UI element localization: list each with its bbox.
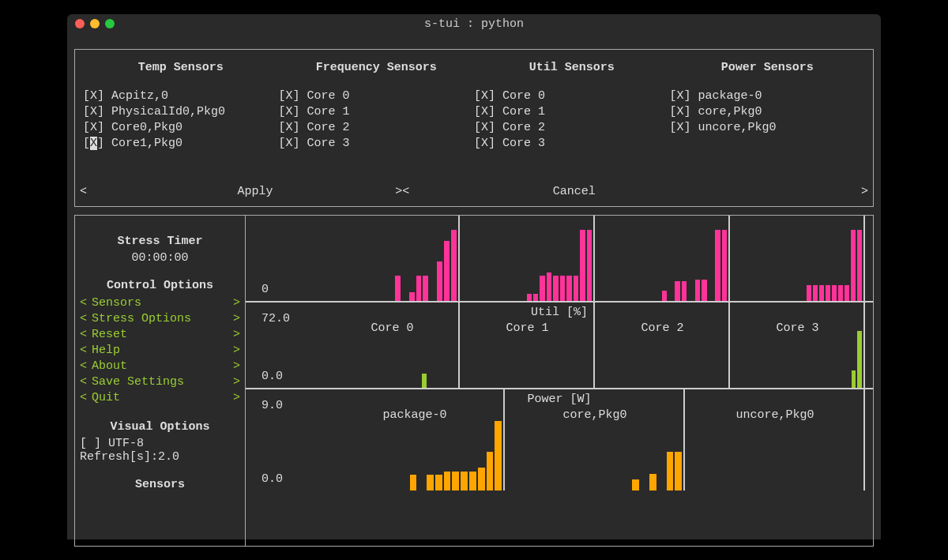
nav-left[interactable]: < — [80, 185, 87, 198]
bar-chart — [460, 230, 592, 301]
stress-timer-heading: Stress Timer — [80, 235, 240, 248]
sensor-checkbox[interactable]: [X] core,Pkg0 — [670, 104, 866, 120]
sensor-checkbox[interactable]: [X] Core0,Pkg0 — [83, 120, 279, 136]
sensor-checkbox[interactable]: [X] Core 2 — [279, 120, 475, 136]
bar-chart — [325, 331, 457, 388]
bar-chart — [730, 230, 862, 301]
titlebar: s-tui : python — [67, 14, 881, 33]
bar-chart — [730, 331, 862, 388]
visual-options-heading: Visual Options — [80, 420, 240, 434]
menu-item[interactable]: <About> — [80, 359, 240, 374]
sensor-group-heading: Temp Sensors — [83, 61, 279, 74]
graph-area: 0Util [%]72.00.0Core 0Core 1Core 2Core 3… — [246, 216, 873, 546]
sensor-group-heading: Power Sensors — [670, 61, 866, 74]
apply-button[interactable]: Apply — [238, 185, 273, 198]
sensors-heading: Sensors — [80, 478, 240, 491]
chart-series-label: Core 3 — [730, 321, 865, 335]
bar-chart — [595, 230, 727, 301]
menu-item[interactable]: <Help> — [80, 343, 240, 359]
sidebar: Stress Timer 00:00:00 Control Options <S… — [75, 216, 246, 546]
sensor-checkbox[interactable]: [X] Core 1 — [474, 104, 670, 120]
refresh-value[interactable]: Refresh[s]:2.0 — [80, 450, 240, 464]
menu-item[interactable]: <Stress Options> — [80, 311, 240, 327]
bar-chart — [505, 421, 682, 490]
control-options-heading: Control Options — [80, 279, 240, 292]
terminal-window: s-tui : python Temp Sensors[X] Acpitz,0[… — [67, 14, 881, 539]
chart-series-label: core,Pkg0 — [505, 408, 685, 422]
sensor-checkbox[interactable]: [X] Core 0 — [279, 88, 475, 104]
menu-item[interactable]: <Save Settings> — [80, 374, 240, 390]
chart-series-label: package-0 — [325, 408, 505, 422]
nav-right[interactable]: > — [861, 185, 868, 198]
stress-timer-value: 00:00:00 — [80, 251, 240, 265]
menu-item[interactable]: <Quit> — [80, 390, 240, 406]
sensor-group-heading: Frequency Sensors — [279, 61, 475, 74]
sensor-group-heading: Util Sensors — [474, 61, 670, 74]
bar-chart — [460, 331, 592, 388]
chart-series-label: Core 0 — [325, 321, 460, 335]
cancel-button[interactable]: Cancel — [553, 185, 596, 198]
window-title: s-tui : python — [67, 17, 881, 31]
bar-chart — [325, 230, 457, 301]
axis-max: 72.0 — [261, 312, 290, 325]
bar-chart — [595, 331, 727, 388]
utf8-checkbox[interactable]: [ ] UTF-8 — [80, 437, 240, 450]
menu-item[interactable]: <Reset> — [80, 327, 240, 343]
chart-series-label: Core 2 — [595, 321, 730, 335]
axis-min: 0 — [261, 283, 269, 296]
sensor-checkbox[interactable]: [X] Core1,Pkg0 — [83, 136, 279, 152]
nav-mid[interactable]: >< — [395, 185, 409, 198]
axis-max: 9.0 — [261, 399, 283, 412]
sensor-checkbox[interactable]: [X] uncore,Pkg0 — [670, 120, 866, 136]
chart-series-label: Core 1 — [460, 321, 595, 335]
main-panel: Stress Timer 00:00:00 Control Options <S… — [74, 215, 874, 547]
sensor-checkbox[interactable]: [X] PhysicalId0,Pkg0 — [83, 104, 279, 120]
sensor-checkbox[interactable]: [X] Core 2 — [474, 120, 670, 136]
axis-min: 0.0 — [261, 370, 283, 383]
sensor-checkbox[interactable]: [X] Core 1 — [279, 104, 475, 120]
sensor-checkbox[interactable]: [X] Core 0 — [474, 88, 670, 104]
bar-chart — [685, 421, 862, 490]
sensor-checkbox[interactable]: [X] Core 3 — [279, 136, 475, 152]
bar-chart — [325, 421, 502, 490]
axis-min: 0.0 — [261, 472, 283, 486]
menu-item[interactable]: <Sensors> — [80, 295, 240, 311]
sensor-checkbox[interactable]: [X] Core 3 — [474, 136, 670, 152]
sensor-checkbox[interactable]: [X] package-0 — [670, 88, 866, 104]
sensor-selector-panel: Temp Sensors[X] Acpitz,0[X] PhysicalId0,… — [74, 49, 874, 207]
chart-series-label: uncore,Pkg0 — [685, 408, 865, 422]
sensor-checkbox[interactable]: [X] Acpitz,0 — [83, 88, 279, 104]
